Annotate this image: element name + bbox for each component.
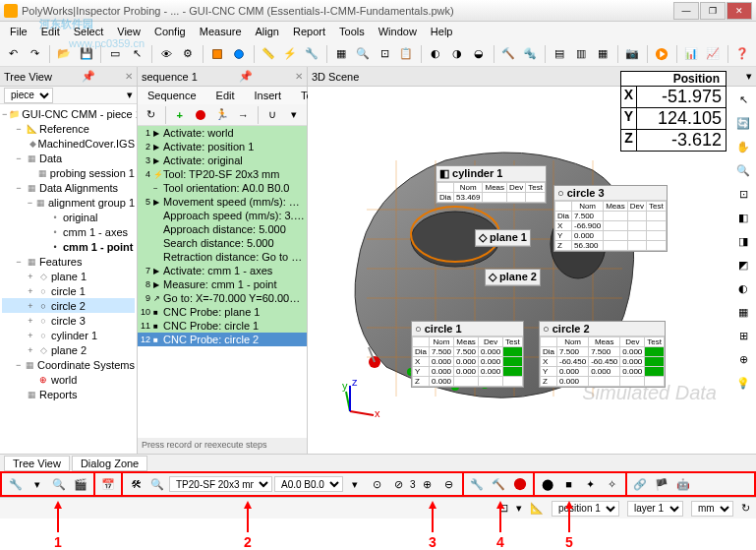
tree-node[interactable]: •original — [2, 210, 135, 224]
stop-button[interactable] — [510, 474, 530, 494]
scene-rotate-button[interactable]: 🔄 — [732, 112, 754, 134]
tree[interactable]: −📁GUI-CNC CMM - piece 1−📐Reference◆Machi… — [0, 104, 137, 454]
sequence-step[interactable]: 11■CNC Probe: circle 1 — [138, 319, 307, 333]
scene-light-button[interactable]: 💡 — [732, 372, 754, 394]
treeview-close-icon[interactable]: ✕ — [125, 71, 133, 82]
sequence-step[interactable]: −Tool orientation: A0.0 B0.0 — [138, 181, 307, 195]
graph-button[interactable]: 📈 — [704, 44, 723, 64]
tree-node[interactable]: −📁GUI-CNC CMM - piece 1 — [2, 106, 135, 121]
sequence-step[interactable]: Search distance: 5.000 — [138, 236, 307, 250]
pick-button[interactable]: ↖ — [128, 44, 146, 64]
tree-node[interactable]: +○circle 3 — [2, 313, 135, 328]
callout-circle2[interactable]: ○ circle 2 NomMeasDevTest Dia7.5007.5000… — [539, 321, 666, 388]
status-icon3[interactable]: 📐 — [530, 502, 544, 515]
tab-treeview[interactable]: Tree View — [4, 456, 70, 471]
unit-selector[interactable]: mm — [691, 501, 733, 517]
sequence-pin-icon[interactable]: 📌 — [239, 70, 253, 83]
status-icon2[interactable]: ▾ — [516, 502, 522, 515]
tree-node[interactable]: −▦alignment group 1 — [2, 195, 135, 210]
menu-help[interactable]: Help — [425, 24, 459, 39]
play-button[interactable] — [653, 44, 671, 64]
callout-circle1[interactable]: ○ circle 1 NomMeasDevTest Dia7.5007.5000… — [411, 321, 524, 388]
layout3-button[interactable]: ▦ — [594, 44, 612, 64]
callout-plane2[interactable]: ◇ plane 2 — [485, 269, 541, 286]
scene-view3-button[interactable]: ◩ — [732, 254, 754, 275]
probe-button[interactable]: 🔧 — [303, 44, 321, 64]
tree-node[interactable]: +◇plane 2 — [2, 342, 135, 357]
seqmenu-sequence[interactable]: Sequence — [142, 88, 203, 103]
seq-add-button[interactable]: + — [171, 105, 190, 125]
orientation-selector[interactable]: A0.0 B0.0 — [274, 476, 343, 492]
callout-plane1[interactable]: ◇ plane 1 — [475, 229, 531, 247]
sequence-step[interactable]: 5▶Movement speed (mm/s): 200.000 — [138, 195, 307, 209]
help-button[interactable]: ❓ — [733, 44, 752, 64]
robot-button[interactable]: 🤖 — [673, 474, 693, 494]
sequence-close-icon[interactable]: ✕ — [295, 71, 303, 82]
view-button[interactable]: 👁 — [157, 44, 176, 64]
undo-button[interactable]: ↶ — [4, 44, 23, 64]
menu-tools[interactable]: Tools — [333, 24, 371, 39]
menu-measure[interactable]: Measure — [194, 24, 248, 39]
comp2-button[interactable]: ⊘ — [388, 474, 408, 494]
probe-search-button[interactable]: 🔍 — [49, 474, 69, 494]
seqmenu-insert[interactable]: Insert — [249, 88, 288, 103]
open-button[interactable]: 📂 — [55, 44, 74, 64]
sequence-step[interactable]: Retraction distance: Go to appro... — [138, 250, 307, 264]
status-refresh-icon[interactable]: ↻ — [741, 502, 750, 515]
link-button[interactable]: 🔗 — [630, 474, 650, 494]
tool2-button[interactable]: 🔩 — [521, 44, 540, 64]
tree-node[interactable]: +○circle 2 — [2, 298, 135, 313]
tree-node[interactable]: ⊕world — [2, 372, 135, 387]
calendar-button[interactable]: 📅 — [98, 474, 118, 494]
comp1-button[interactable]: ⊙ — [367, 474, 386, 494]
wrench1-button[interactable]: 🔧 — [467, 474, 487, 494]
sequence-step[interactable]: Approach distance: 5.000 — [138, 222, 307, 236]
scene-grid-button[interactable]: ⊞ — [732, 325, 754, 346]
tree-node[interactable]: +○circle 1 — [2, 283, 135, 298]
chart-button[interactable]: 📊 — [682, 44, 701, 64]
menu-edit[interactable]: Edit — [35, 24, 66, 39]
tree-node[interactable]: +○cylinder 1 — [2, 328, 135, 342]
menu-file[interactable]: File — [4, 24, 33, 39]
sequence-step[interactable]: 7▶Activate: cmm 1 - axes — [138, 264, 307, 277]
position-selector[interactable]: position 1 — [552, 501, 619, 517]
sequence-step[interactable]: 10■CNC Probe: plane 1 — [138, 305, 307, 319]
sequence-step[interactable]: 4⚡Tool: TP20-SF 20x3 mm — [138, 167, 307, 181]
tree-menu-icon[interactable]: ▾ — [127, 89, 133, 101]
maximize-button[interactable]: ❐ — [700, 2, 726, 20]
tree-node[interactable]: +◇plane 1 — [2, 269, 135, 283]
menu-window[interactable]: Window — [373, 24, 423, 39]
seq-magnet-button[interactable]: ∪ — [263, 105, 282, 125]
tree-node[interactable]: −▦Coordinate Systems — [2, 357, 135, 372]
tab-dialogzone[interactable]: Dialog Zone — [72, 456, 147, 471]
clapper-button[interactable]: 🎬 — [71, 474, 90, 494]
sequence-step[interactable]: Approach speed (mm/s): 3.000 — [138, 209, 307, 222]
report-button[interactable]: 📋 — [397, 44, 416, 64]
measure-button[interactable]: 📏 — [260, 44, 278, 64]
sequence-step[interactable]: 1▶Activate: world — [138, 126, 307, 140]
scene-menu-icon[interactable]: ▾ — [746, 70, 752, 83]
sequence-step[interactable]: 12■CNC Probe: circle 2 — [138, 333, 307, 346]
scene-wire-button[interactable]: ▦ — [732, 301, 754, 323]
seq-run-button[interactable]: 🏃 — [213, 105, 232, 125]
seq-menu-button[interactable]: ▾ — [284, 105, 303, 125]
camera-button[interactable]: 📷 — [623, 44, 642, 64]
scene-select-button[interactable]: ↖ — [732, 89, 754, 110]
layout2-button[interactable]: ▥ — [572, 44, 591, 64]
caliper-button[interactable]: ⚡ — [281, 44, 300, 64]
scene-zoom-button[interactable]: 🔍 — [732, 159, 754, 181]
comp4-button[interactable]: ⊖ — [439, 474, 459, 494]
rec-button[interactable]: ⬤ — [538, 474, 557, 494]
tree-node[interactable]: −📐Reference — [2, 121, 135, 136]
wrench2-button[interactable]: 🔨 — [489, 474, 508, 494]
tree-node[interactable]: −▦Features — [2, 254, 135, 269]
tree-node[interactable]: −▦Data — [2, 151, 135, 165]
scene-shade-button[interactable]: ◐ — [732, 277, 754, 299]
stop2-button[interactable]: ■ — [559, 474, 579, 494]
sequence-step[interactable]: 8▶Measure: cmm 1 - point — [138, 277, 307, 291]
layout1-button[interactable]: ▤ — [551, 44, 569, 64]
comp3-button[interactable]: ⊕ — [418, 474, 437, 494]
seqmenu-edit[interactable]: Edit — [210, 88, 241, 103]
align-button[interactable]: ▦ — [332, 44, 351, 64]
3d-scene[interactable]: 3D Scene ▾ Position X-51.975 Y124.105 Z-… — [308, 67, 756, 454]
